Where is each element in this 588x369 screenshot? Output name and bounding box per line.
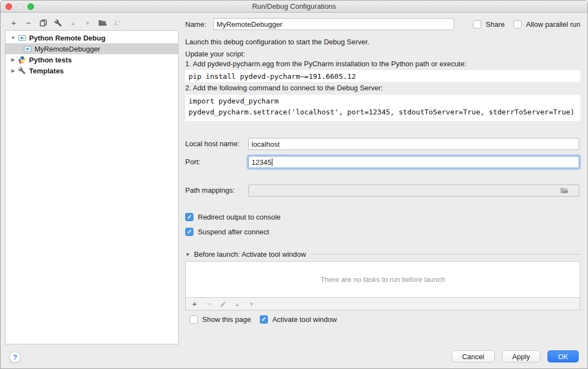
step2-text: 2. Add the following command to connect … — [185, 84, 580, 92]
show-this-page-checkbox[interactable] — [190, 315, 198, 324]
allow-parallel-run-checkbox[interactable] — [513, 20, 522, 28]
tree-item-myremotedebugger[interactable]: MyRemoteDebugger — [5, 43, 178, 54]
tree-item-label: MyRemoteDebugger — [35, 45, 100, 53]
allow-parallel-run-option: Allow parallel run — [513, 20, 580, 28]
name-label: Name: — [185, 20, 206, 28]
new-folder-icon — [98, 19, 107, 27]
local-host-row: Local host name: localhost — [185, 138, 580, 150]
activate-tool-window-option: Activate tool window — [260, 315, 337, 324]
titlebar: Run/Debug Configurations — [1, 1, 587, 13]
add-icon: + — [12, 19, 16, 27]
add-task-button[interactable]: + — [190, 299, 199, 308]
svg-text:a: a — [118, 20, 120, 23]
empty-tasks-text: There are no tasks to run before launch — [321, 275, 446, 284]
before-launch-task-list[interactable]: There are no tasks to run before launch — [185, 261, 580, 298]
local-host-input[interactable]: localhost — [248, 138, 579, 150]
ok-button[interactable]: OK — [547, 350, 579, 362]
templates-wrench-icon — [18, 66, 26, 75]
copy-configuration-button[interactable] — [39, 19, 48, 27]
suspend-after-connect-checkbox[interactable] — [185, 228, 193, 236]
update-script-text: Update your script: — [185, 50, 580, 58]
port-label: Port: — [185, 158, 200, 166]
port-input[interactable]: 12345 — [248, 156, 579, 168]
python-tests-icon — [18, 55, 26, 64]
remove-icon: − — [207, 299, 212, 308]
add-icon: + — [192, 299, 197, 308]
move-down-icon: ▼ — [85, 20, 90, 26]
text-cursor — [272, 158, 272, 166]
settrace-code-block[interactable]: import pydevd_pycharm pydevd_pycharm.set… — [185, 95, 580, 121]
tree-item-python-remote-debug[interactable]: ▼ Python Remote Debug — [5, 32, 178, 43]
run-configuration-icon — [23, 44, 32, 53]
step1-text: 1. Add pydevd-pycharm.egg from the PyCha… — [185, 60, 580, 68]
show-this-page-label: Show this page — [202, 315, 251, 324]
add-configuration-button[interactable]: + — [9, 19, 18, 27]
tree-item-label: Python Remote Debug — [29, 34, 105, 42]
edit-defaults-button[interactable] — [54, 19, 62, 27]
local-host-label: Local host name: — [185, 140, 239, 148]
redirect-output-checkbox[interactable] — [185, 213, 193, 221]
share-checkbox[interactable] — [473, 20, 481, 28]
tree-item-label: Python tests — [29, 56, 72, 64]
path-mappings-label: Path mappings: — [185, 186, 235, 194]
tree-item-templates[interactable]: ▶ Templates — [5, 65, 178, 76]
move-down-button[interactable]: ▼ — [83, 19, 92, 27]
remove-task-button[interactable]: − — [204, 299, 213, 308]
port-value: 12345 — [252, 158, 271, 166]
move-task-up-button[interactable]: ▲ — [233, 299, 242, 308]
move-up-icon: ▲ — [70, 20, 76, 26]
activate-tool-window-label: Activate tool window — [272, 315, 337, 324]
pencil-icon — [220, 301, 227, 308]
tree-item-python-tests[interactable]: ▶ Python tests — [5, 54, 178, 65]
cancel-button[interactable]: Cancel — [452, 350, 494, 362]
create-folder-button[interactable] — [98, 19, 107, 27]
run-debug-configurations-dialog: Run/Debug Configurations + − ▲ ▼ — [0, 0, 588, 369]
path-mappings-input[interactable] — [248, 184, 579, 197]
svg-text:z: z — [118, 24, 119, 27]
edit-task-button[interactable] — [219, 299, 227, 308]
sort-configurations-button[interactable]: az — [113, 19, 122, 27]
remove-configuration-button[interactable]: − — [24, 19, 33, 27]
configurations-tree: ▼ Python Remote Debug MyRemoteDebugger ▶… — [5, 30, 179, 344]
wrench-icon — [54, 19, 62, 27]
sort-alphabetically-icon: az — [113, 19, 121, 27]
name-row: Name: MyRemoteDebugger Share Allow paral… — [185, 18, 580, 30]
redirect-output-label: Redirect output to console — [198, 213, 281, 221]
name-input[interactable]: MyRemoteDebugger — [213, 18, 454, 30]
help-button[interactable]: ? — [9, 351, 21, 363]
share-label: Share — [486, 20, 505, 28]
pip-command-code[interactable]: pip install pydevd-pycharm~=191.6605.12 — [185, 70, 580, 82]
intro-text: Launch this debug configuration to start… — [185, 38, 580, 46]
chevron-right-icon[interactable]: ▶ — [10, 68, 16, 73]
section-collapse-icon[interactable]: ▼ — [185, 252, 190, 257]
suspend-after-connect-option: Suspend after connect — [185, 228, 580, 236]
copy-icon — [39, 19, 47, 27]
section-divider — [311, 254, 580, 255]
share-option: Share — [473, 20, 505, 28]
before-launch-header[interactable]: ▼ Before launch: Activate tool window — [185, 250, 580, 258]
minimize-window-button[interactable] — [16, 3, 23, 10]
show-this-page-option: Show this page — [190, 315, 251, 324]
name-value: MyRemoteDebugger — [216, 20, 282, 28]
browse-folder-icon[interactable] — [560, 171, 576, 211]
tree-item-label: Templates — [29, 67, 64, 75]
chevron-right-icon[interactable]: ▶ — [10, 57, 16, 62]
help-icon: ? — [13, 353, 18, 361]
close-window-button[interactable] — [5, 3, 12, 10]
activate-tool-window-checkbox[interactable] — [260, 315, 268, 324]
move-down-icon: ▼ — [249, 301, 254, 307]
window-controls — [5, 3, 34, 10]
redirect-output-option: Redirect output to console — [185, 213, 580, 221]
run-configuration-icon — [18, 33, 26, 42]
code-line-2: pydevd_pycharm.settrace('localhost', por… — [189, 108, 574, 116]
allow-parallel-run-label: Allow parallel run — [526, 20, 580, 28]
move-task-down-button[interactable]: ▼ — [247, 299, 256, 308]
configurations-toolbar: + − ▲ ▼ az — [9, 17, 122, 29]
zoom-window-button[interactable] — [27, 3, 34, 10]
move-up-button[interactable]: ▲ — [68, 19, 77, 27]
dialog-buttons: Cancel Apply OK — [452, 350, 579, 362]
suspend-after-connect-label: Suspend after connect — [198, 228, 269, 236]
apply-button[interactable]: Apply — [502, 350, 541, 362]
code-line-1: import pydevd_pycharm — [189, 97, 278, 105]
chevron-down-icon[interactable]: ▼ — [10, 35, 16, 41]
